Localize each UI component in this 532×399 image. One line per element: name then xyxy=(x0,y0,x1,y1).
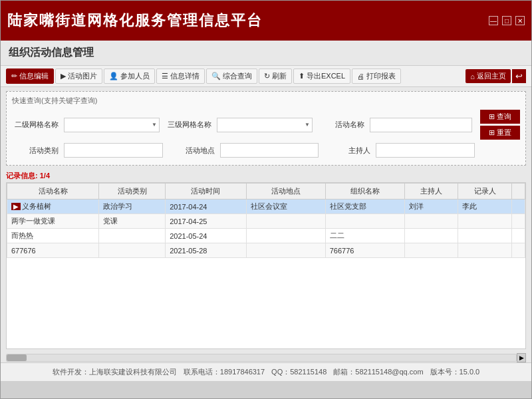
col-host: 主持人 xyxy=(404,184,458,200)
cell-recorder xyxy=(458,243,512,258)
data-table: 活动名称 活动类别 活动时间 活动地点 组织名称 主持人 记录人 ▶义务植树政治… xyxy=(7,183,525,258)
participants-label: 参加人员 xyxy=(120,71,150,81)
maximize-btn[interactable]: □ xyxy=(502,16,511,25)
cell-category xyxy=(99,229,166,243)
search-area: 快速查询(支持关键字查询) 二级网格名称 三级网格名称 活动名称 ⊞ 查询 xyxy=(6,91,526,166)
reset-icon: ⊞ xyxy=(489,128,495,137)
level2-grid-select[interactable] xyxy=(64,118,160,132)
table-row[interactable]: 6776762021-05-28766776 xyxy=(7,243,525,258)
col-extra xyxy=(512,184,525,200)
cell-extra xyxy=(512,243,525,258)
cell-time: 2021-05-28 xyxy=(166,243,246,258)
export-excel-btn[interactable]: ⬆ 导出EXCEL xyxy=(293,68,350,84)
tab-activity-photo[interactable]: ▶ 活动图片 xyxy=(55,68,102,84)
qq-info: QQ：582115148 xyxy=(271,367,327,377)
cell-extra xyxy=(512,200,525,214)
activity-photo-label: 活动图片 xyxy=(68,71,97,81)
cell-name: 两学一做党课 xyxy=(7,214,99,229)
query-btn[interactable]: ⊞ 查询 xyxy=(480,110,520,124)
activity-name-input[interactable] xyxy=(370,118,472,132)
table-row[interactable]: 两学一做党课党课2017-04-25 xyxy=(7,214,525,229)
search-row-2: 活动类别 活动地点 主持人 xyxy=(12,143,520,158)
table-row[interactable]: ▶义务植树政治学习2017-04-24社区会议室社区党支部刘洋李此 xyxy=(7,200,525,214)
tab-info-edit[interactable]: ✏ 信息编辑 xyxy=(6,68,54,84)
tab-participants[interactable]: 👤 参加人员 xyxy=(104,68,155,84)
level3-grid-label: 三级网格名称 xyxy=(165,120,211,130)
cell-org xyxy=(325,214,404,229)
activity-category-label: 活动类别 xyxy=(12,146,59,156)
level2-grid-label: 二级网格名称 xyxy=(12,120,59,130)
cell-category xyxy=(99,243,166,258)
cell-host xyxy=(404,243,458,258)
edit-icon: ✏ xyxy=(11,72,17,80)
minimize-btn[interactable]: — xyxy=(489,16,498,25)
cell-place: 社区会议室 xyxy=(246,200,325,214)
cell-place xyxy=(246,214,325,229)
scroll-right-btn[interactable]: ▶ xyxy=(517,353,526,362)
reset-btn[interactable]: ⊞ 重置 xyxy=(480,126,520,140)
col-activity-place: 活动地点 xyxy=(246,184,325,200)
cell-category: 政治学习 xyxy=(99,200,166,214)
cell-time: 2021-05-24 xyxy=(166,229,246,243)
level2-grid-select-wrapper xyxy=(64,118,160,132)
query-icon: 🔍 xyxy=(211,72,221,80)
developer-info: 软件开发：上海联实建设科技有限公司 xyxy=(53,367,177,377)
photo-icon: ▶ xyxy=(61,72,66,80)
cell-name: ▶义务植树 xyxy=(7,200,99,214)
cell-host: 刘洋 xyxy=(404,200,458,214)
col-org-name: 组织名称 xyxy=(325,184,404,200)
col-activity-time: 活动时间 xyxy=(166,184,246,200)
refresh-label: 刷新 xyxy=(272,71,287,81)
window-controls: — □ ✕ xyxy=(489,16,525,25)
host-input[interactable] xyxy=(376,143,475,158)
table-container[interactable]: 活动名称 活动类别 活动时间 活动地点 组织名称 主持人 记录人 ▶义务植树政治… xyxy=(6,182,526,349)
info-edit-label: 信息编辑 xyxy=(19,71,49,81)
cell-extra xyxy=(512,229,525,243)
print-btn[interactable]: 🖨 打印报表 xyxy=(352,68,401,84)
app-title: 陆家嘴街道网格化服务管理信息平台 xyxy=(7,11,263,31)
page-heading: 组织活动信息管理 xyxy=(1,41,531,66)
export-icon: ⬆ xyxy=(299,72,305,80)
table-row[interactable]: 而热热2021-05-24二二 xyxy=(7,229,525,243)
search-row-1: 二级网格名称 三级网格名称 活动名称 ⊞ 查询 ⊞ xyxy=(12,110,520,140)
activity-place-input[interactable] xyxy=(220,143,319,158)
home-arrow-btn[interactable]: ↩ xyxy=(512,69,526,83)
tab-info-detail[interactable]: ☰ 信息详情 xyxy=(156,68,205,84)
cell-host xyxy=(404,229,458,243)
status-bar: 软件开发：上海联实建设科技有限公司 联系电话：18917846317 QQ：58… xyxy=(1,362,531,381)
h-scrollbar[interactable] xyxy=(6,354,517,362)
query-icon: ⊞ xyxy=(489,112,495,121)
cell-recorder xyxy=(458,214,512,229)
activity-place-label: 活动地点 xyxy=(168,146,215,156)
cell-org: 766776 xyxy=(325,243,404,258)
level3-grid-select-wrapper xyxy=(217,118,313,132)
cell-time: 2017-04-24 xyxy=(166,200,246,214)
tab-comprehensive-query[interactable]: 🔍 综合查询 xyxy=(206,68,257,84)
participants-icon: 👤 xyxy=(109,72,118,80)
export-excel-label: 导出EXCEL xyxy=(307,71,345,81)
main-content: 组织活动信息管理 ✏ 信息编辑 ▶ 活动图片 👤 参加人员 ☰ 信息详情 🔍 综… xyxy=(1,41,531,381)
cell-name: 而热热 xyxy=(7,229,99,243)
activity-category-input[interactable] xyxy=(64,143,163,158)
col-activity-category: 活动类别 xyxy=(99,184,166,200)
home-label: 返回主页 xyxy=(477,71,506,81)
search-area-title: 快速查询(支持关键字查询) xyxy=(12,96,520,106)
close-btn[interactable]: ✕ xyxy=(515,16,525,25)
print-icon: 🖨 xyxy=(357,72,364,80)
host-label: 主持人 xyxy=(324,146,370,156)
refresh-btn[interactable]: ↻ 刷新 xyxy=(259,68,292,84)
version-info: 版本号：15.0.0 xyxy=(430,367,480,377)
home-btn[interactable]: ⌂ 返回主页 xyxy=(466,69,511,83)
cell-extra xyxy=(512,214,525,229)
title-bar: 陆家嘴街道网格化服务管理信息平台 — □ ✕ xyxy=(1,1,531,41)
activity-name-label: 活动名称 xyxy=(318,120,364,130)
cell-time: 2017-04-25 xyxy=(166,214,246,229)
cell-place xyxy=(246,229,325,243)
email-info: 邮箱：582115148@qq.com xyxy=(333,367,423,377)
comprehensive-query-label: 综合查询 xyxy=(223,71,252,81)
level3-grid-select[interactable] xyxy=(217,118,313,132)
detail-icon: ☰ xyxy=(162,72,168,80)
phone-info: 联系电话：18917846317 xyxy=(184,367,265,377)
cell-host xyxy=(404,214,458,229)
cell-recorder xyxy=(458,229,512,243)
